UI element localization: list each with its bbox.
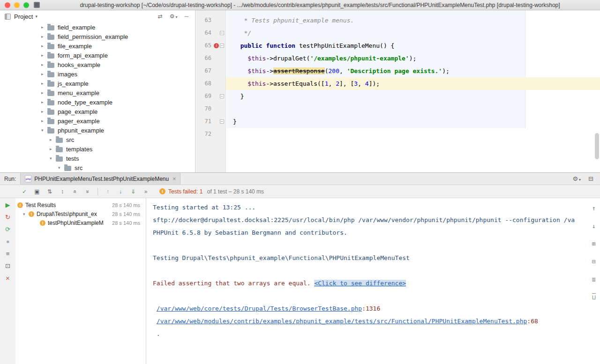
soft-wrap-icon[interactable]: ⊞: [591, 238, 597, 250]
project-tree-item[interactable]: ▸templates: [0, 144, 195, 154]
editor[interactable]: 63 * Tests phpunit_example menus.64− */6…: [195, 10, 600, 172]
toggle-auto-test-icon[interactable]: ⟳: [4, 226, 12, 233]
chevron-right-icon[interactable]: ▸: [50, 147, 56, 151]
project-tree-item[interactable]: ▾src: [0, 163, 195, 172]
project-tree-item[interactable]: ▸menu_example: [0, 88, 195, 97]
chevron-right-icon[interactable]: ▸: [41, 119, 47, 123]
chevron-right-icon[interactable]: ▸: [41, 81, 47, 86]
window-zoom-button[interactable]: [23, 2, 29, 8]
line-number: 69: [195, 90, 211, 103]
gear-icon[interactable]: ⚙▾: [170, 13, 178, 20]
rerun-failed-tests-icon[interactable]: ↻: [4, 214, 12, 221]
window-close-button[interactable]: [5, 2, 10, 8]
fold-icon[interactable]: −: [220, 94, 224, 98]
select-opened-file-icon[interactable]: ⇄: [158, 13, 163, 20]
console-view-icon[interactable]: ▣: [33, 188, 41, 195]
scroll-to-end-icon[interactable]: ⊟: [591, 255, 597, 268]
test-failed-icon: !: [29, 211, 34, 217]
close-icon[interactable]: ×: [172, 176, 176, 182]
code-area[interactable]: 63 * Tests phpunit_example menus.64− */6…: [195, 10, 600, 141]
expand-all-icon[interactable]: «: [71, 188, 79, 195]
line-number: 68: [195, 77, 211, 90]
fold-icon[interactable]: −: [220, 119, 224, 124]
gutter-markers: −: [211, 90, 226, 103]
line-number: 66: [195, 52, 211, 65]
editor-scrollbar[interactable]: [595, 133, 599, 159]
project-tree-item[interactable]: ▸form_api_example: [0, 51, 195, 60]
collapse-all-icon[interactable]: »: [84, 188, 91, 195]
chevron-right-icon[interactable]: ▸: [41, 34, 47, 39]
test-name: Drupal\Tests\phpunit_ex: [37, 211, 97, 217]
chevron-down-icon[interactable]: ▾: [41, 128, 47, 133]
console-line: /var/www/web/modules/contrib/examples/ph…: [153, 315, 584, 327]
project-tree-item[interactable]: ▸file_example: [0, 41, 195, 51]
gutter-markers: [211, 77, 226, 90]
down-the-stack-trace-icon[interactable]: ↓: [591, 220, 597, 232]
export-test-results-icon[interactable]: ⊡: [4, 262, 12, 269]
test-tree-item[interactable]: ▾!Drupal\Tests\phpunit_ex28 s 140 ms: [15, 209, 146, 218]
more-actions-icon[interactable]: »: [142, 188, 150, 195]
console-output[interactable]: Testing started at 13:25 ...sftp://docke…: [146, 198, 600, 364]
next-failed-test-icon[interactable]: ↓: [117, 188, 124, 195]
project-tree-item[interactable]: ▸node_type_example: [0, 97, 195, 107]
window-minimize-button[interactable]: [14, 2, 20, 8]
import-test-results-icon[interactable]: ⇓: [129, 188, 137, 195]
close-icon[interactable]: ×: [4, 275, 12, 282]
chevron-right-icon[interactable]: ▸: [41, 109, 47, 114]
chevron-right-icon[interactable]: ▸: [41, 53, 47, 58]
project-tree-item[interactable]: ▸images: [0, 69, 195, 79]
project-tree-item[interactable]: ▸page_example: [0, 107, 195, 116]
run-tab[interactable]: php PHPUnitExampleMenuTest.testPhpUnitEx…: [20, 173, 180, 185]
chevron-right-icon[interactable]: ▸: [41, 62, 47, 67]
project-tree-item[interactable]: ▾phpunit_example: [0, 126, 195, 135]
project-panel-title[interactable]: Project: [14, 13, 33, 20]
stop-icon[interactable]: ■: [4, 238, 12, 245]
clear-all-icon[interactable]: ⊔: [591, 291, 597, 304]
test-failed-icon[interactable]: !: [214, 43, 219, 48]
gear-icon[interactable]: ⚙▾: [572, 175, 581, 182]
project-tree-item[interactable]: ▸src: [0, 135, 195, 144]
fold-icon[interactable]: −: [220, 31, 224, 35]
hide-passed-icon[interactable]: ✓: [21, 188, 28, 195]
chevron-down-icon[interactable]: ▾: [58, 165, 64, 170]
chevron-right-icon[interactable]: ▸: [50, 137, 56, 142]
console-link[interactable]: /var/www/web/core/tests/Drupal/Tests/Bro…: [157, 305, 362, 312]
chevron-right-icon[interactable]: ▸: [41, 44, 47, 48]
chevron-down-icon[interactable]: ▾: [50, 156, 56, 161]
chevron-right-icon[interactable]: ▸: [41, 90, 47, 95]
project-tree-item[interactable]: ▸field_permission_example: [0, 32, 195, 41]
chevron-right-icon[interactable]: ▸: [41, 25, 47, 30]
hide-panel-icon[interactable]: ─: [184, 13, 188, 20]
print-icon[interactable]: ≣: [591, 273, 597, 286]
rerun-test-icon[interactable]: ▶: [4, 201, 12, 208]
line-number: 64: [195, 27, 211, 39]
test-history-icon[interactable]: ≡: [4, 250, 12, 257]
code-line: 66 $this->drupalGet('/examples/phpunit-e…: [195, 52, 600, 65]
gutter-markers: −: [211, 115, 226, 128]
console-link[interactable]: /var/www/web/modules/contrib/examples/ph…: [157, 318, 527, 325]
test-tree-item[interactable]: !Test Results28 s 140 ms: [15, 201, 146, 209]
sort-by-duration-icon[interactable]: ⇅: [46, 188, 53, 195]
hide-panel-icon[interactable]: ⊟: [588, 175, 593, 182]
folder-name: phpunit_example: [58, 127, 104, 134]
project-tree-item[interactable]: ▸hooks_example: [0, 60, 195, 69]
fold-icon[interactable]: −: [220, 44, 224, 48]
console-link[interactable]: <Click to see difference>: [314, 280, 406, 287]
project-tree-item[interactable]: ▸field_example: [0, 22, 195, 32]
folder-icon: [47, 100, 54, 105]
project-tree-item[interactable]: ▸pager_example: [0, 116, 195, 126]
project-tree-item[interactable]: ▾tests: [0, 154, 195, 163]
chevron-right-icon[interactable]: ▸: [41, 100, 47, 104]
sort-alphabetically-icon[interactable]: ↕: [59, 188, 66, 195]
test-tree-item[interactable]: !testPhpUnitExampleM28 s 140 ms: [15, 218, 146, 227]
chevron-right-icon[interactable]: ▸: [41, 72, 47, 76]
code-line: 63 * Tests phpunit_example menus.: [195, 14, 600, 27]
project-tree-item[interactable]: ▸js_example: [0, 79, 195, 88]
code-text: }: [226, 115, 600, 128]
chevron-down-icon[interactable]: ▾: [23, 212, 29, 216]
run-label: Run:: [0, 176, 20, 182]
up-the-stack-trace-icon[interactable]: ↑: [591, 202, 597, 215]
previous-failed-test-icon[interactable]: ↑: [104, 188, 112, 195]
chevron-down-icon[interactable]: ▾: [35, 14, 38, 19]
folder-name: js_example: [58, 80, 89, 87]
